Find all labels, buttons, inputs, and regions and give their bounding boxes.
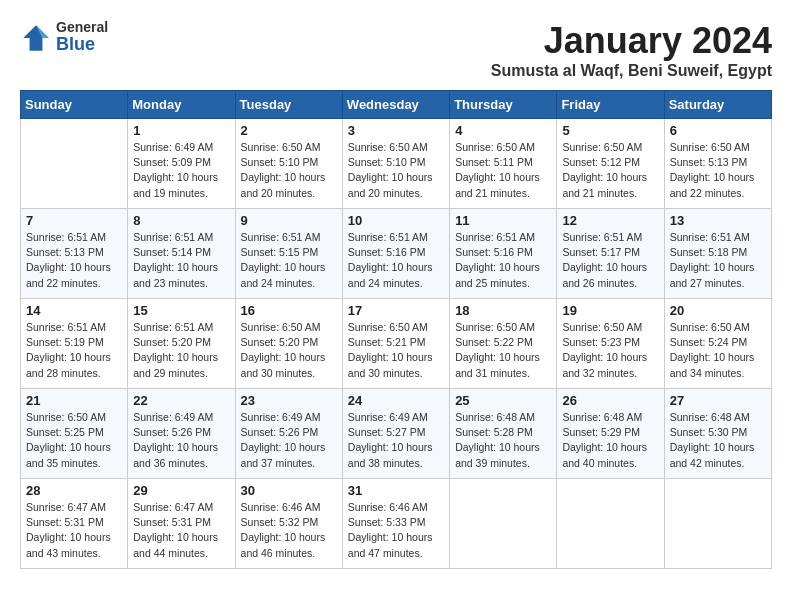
day-cell: 1Sunrise: 6:49 AM Sunset: 5:09 PM Daylig… xyxy=(128,119,235,209)
day-info: Sunrise: 6:49 AM Sunset: 5:26 PM Dayligh… xyxy=(133,410,229,471)
day-number: 18 xyxy=(455,303,551,318)
day-number: 23 xyxy=(241,393,337,408)
day-cell: 29Sunrise: 6:47 AM Sunset: 5:31 PM Dayli… xyxy=(128,479,235,569)
day-number: 9 xyxy=(241,213,337,228)
day-cell: 28Sunrise: 6:47 AM Sunset: 5:31 PM Dayli… xyxy=(21,479,128,569)
day-header-monday: Monday xyxy=(128,91,235,119)
day-number: 31 xyxy=(348,483,444,498)
day-number: 14 xyxy=(26,303,122,318)
day-info: Sunrise: 6:46 AM Sunset: 5:32 PM Dayligh… xyxy=(241,500,337,561)
day-info: Sunrise: 6:50 AM Sunset: 5:11 PM Dayligh… xyxy=(455,140,551,201)
day-number: 13 xyxy=(670,213,766,228)
day-cell: 27Sunrise: 6:48 AM Sunset: 5:30 PM Dayli… xyxy=(664,389,771,479)
day-header-sunday: Sunday xyxy=(21,91,128,119)
day-cell: 19Sunrise: 6:50 AM Sunset: 5:23 PM Dayli… xyxy=(557,299,664,389)
day-info: Sunrise: 6:50 AM Sunset: 5:13 PM Dayligh… xyxy=(670,140,766,201)
day-number: 11 xyxy=(455,213,551,228)
day-cell: 17Sunrise: 6:50 AM Sunset: 5:21 PM Dayli… xyxy=(342,299,449,389)
header-row: SundayMondayTuesdayWednesdayThursdayFrid… xyxy=(21,91,772,119)
day-cell: 5Sunrise: 6:50 AM Sunset: 5:12 PM Daylig… xyxy=(557,119,664,209)
day-info: Sunrise: 6:51 AM Sunset: 5:17 PM Dayligh… xyxy=(562,230,658,291)
logo: General Blue xyxy=(20,20,108,55)
day-cell: 7Sunrise: 6:51 AM Sunset: 5:13 PM Daylig… xyxy=(21,209,128,299)
day-cell: 16Sunrise: 6:50 AM Sunset: 5:20 PM Dayli… xyxy=(235,299,342,389)
week-row-4: 28Sunrise: 6:47 AM Sunset: 5:31 PM Dayli… xyxy=(21,479,772,569)
month-title: January 2024 xyxy=(491,20,772,62)
day-info: Sunrise: 6:51 AM Sunset: 5:14 PM Dayligh… xyxy=(133,230,229,291)
day-cell: 13Sunrise: 6:51 AM Sunset: 5:18 PM Dayli… xyxy=(664,209,771,299)
day-number: 5 xyxy=(562,123,658,138)
day-info: Sunrise: 6:47 AM Sunset: 5:31 PM Dayligh… xyxy=(133,500,229,561)
day-info: Sunrise: 6:50 AM Sunset: 5:10 PM Dayligh… xyxy=(348,140,444,201)
day-cell: 21Sunrise: 6:50 AM Sunset: 5:25 PM Dayli… xyxy=(21,389,128,479)
day-cell: 26Sunrise: 6:48 AM Sunset: 5:29 PM Dayli… xyxy=(557,389,664,479)
day-number: 1 xyxy=(133,123,229,138)
day-number: 8 xyxy=(133,213,229,228)
day-number: 24 xyxy=(348,393,444,408)
day-header-thursday: Thursday xyxy=(450,91,557,119)
week-row-3: 21Sunrise: 6:50 AM Sunset: 5:25 PM Dayli… xyxy=(21,389,772,479)
day-cell: 31Sunrise: 6:46 AM Sunset: 5:33 PM Dayli… xyxy=(342,479,449,569)
day-cell: 6Sunrise: 6:50 AM Sunset: 5:13 PM Daylig… xyxy=(664,119,771,209)
header: General Blue January 2024 Sumusta al Waq… xyxy=(20,20,772,80)
calendar-table: SundayMondayTuesdayWednesdayThursdayFrid… xyxy=(20,90,772,569)
day-cell: 30Sunrise: 6:46 AM Sunset: 5:32 PM Dayli… xyxy=(235,479,342,569)
day-number: 15 xyxy=(133,303,229,318)
logo-icon xyxy=(20,22,52,54)
day-cell: 15Sunrise: 6:51 AM Sunset: 5:20 PM Dayli… xyxy=(128,299,235,389)
day-number: 27 xyxy=(670,393,766,408)
day-cell: 24Sunrise: 6:49 AM Sunset: 5:27 PM Dayli… xyxy=(342,389,449,479)
day-info: Sunrise: 6:50 AM Sunset: 5:21 PM Dayligh… xyxy=(348,320,444,381)
week-row-2: 14Sunrise: 6:51 AM Sunset: 5:19 PM Dayli… xyxy=(21,299,772,389)
day-info: Sunrise: 6:46 AM Sunset: 5:33 PM Dayligh… xyxy=(348,500,444,561)
day-number: 22 xyxy=(133,393,229,408)
day-info: Sunrise: 6:50 AM Sunset: 5:22 PM Dayligh… xyxy=(455,320,551,381)
day-info: Sunrise: 6:51 AM Sunset: 5:20 PM Dayligh… xyxy=(133,320,229,381)
day-number: 25 xyxy=(455,393,551,408)
day-cell: 20Sunrise: 6:50 AM Sunset: 5:24 PM Dayli… xyxy=(664,299,771,389)
day-cell: 10Sunrise: 6:51 AM Sunset: 5:16 PM Dayli… xyxy=(342,209,449,299)
day-info: Sunrise: 6:51 AM Sunset: 5:15 PM Dayligh… xyxy=(241,230,337,291)
day-number: 26 xyxy=(562,393,658,408)
logo-general-text: General xyxy=(56,20,108,35)
day-cell: 18Sunrise: 6:50 AM Sunset: 5:22 PM Dayli… xyxy=(450,299,557,389)
week-row-0: 1Sunrise: 6:49 AM Sunset: 5:09 PM Daylig… xyxy=(21,119,772,209)
day-cell: 4Sunrise: 6:50 AM Sunset: 5:11 PM Daylig… xyxy=(450,119,557,209)
day-cell: 8Sunrise: 6:51 AM Sunset: 5:14 PM Daylig… xyxy=(128,209,235,299)
day-info: Sunrise: 6:51 AM Sunset: 5:18 PM Dayligh… xyxy=(670,230,766,291)
day-number: 17 xyxy=(348,303,444,318)
day-number: 30 xyxy=(241,483,337,498)
day-number: 7 xyxy=(26,213,122,228)
day-info: Sunrise: 6:48 AM Sunset: 5:28 PM Dayligh… xyxy=(455,410,551,471)
day-info: Sunrise: 6:50 AM Sunset: 5:24 PM Dayligh… xyxy=(670,320,766,381)
title-block: January 2024 Sumusta al Waqf, Beni Suwei… xyxy=(491,20,772,80)
day-info: Sunrise: 6:51 AM Sunset: 5:16 PM Dayligh… xyxy=(348,230,444,291)
day-cell xyxy=(450,479,557,569)
day-cell xyxy=(21,119,128,209)
day-info: Sunrise: 6:50 AM Sunset: 5:25 PM Dayligh… xyxy=(26,410,122,471)
day-number: 28 xyxy=(26,483,122,498)
day-number: 21 xyxy=(26,393,122,408)
week-row-1: 7Sunrise: 6:51 AM Sunset: 5:13 PM Daylig… xyxy=(21,209,772,299)
day-info: Sunrise: 6:47 AM Sunset: 5:31 PM Dayligh… xyxy=(26,500,122,561)
day-info: Sunrise: 6:51 AM Sunset: 5:19 PM Dayligh… xyxy=(26,320,122,381)
day-info: Sunrise: 6:51 AM Sunset: 5:13 PM Dayligh… xyxy=(26,230,122,291)
day-cell xyxy=(664,479,771,569)
day-number: 29 xyxy=(133,483,229,498)
day-info: Sunrise: 6:48 AM Sunset: 5:29 PM Dayligh… xyxy=(562,410,658,471)
day-cell: 9Sunrise: 6:51 AM Sunset: 5:15 PM Daylig… xyxy=(235,209,342,299)
day-cell: 22Sunrise: 6:49 AM Sunset: 5:26 PM Dayli… xyxy=(128,389,235,479)
day-info: Sunrise: 6:49 AM Sunset: 5:09 PM Dayligh… xyxy=(133,140,229,201)
day-number: 12 xyxy=(562,213,658,228)
day-cell: 12Sunrise: 6:51 AM Sunset: 5:17 PM Dayli… xyxy=(557,209,664,299)
day-number: 20 xyxy=(670,303,766,318)
day-info: Sunrise: 6:50 AM Sunset: 5:23 PM Dayligh… xyxy=(562,320,658,381)
day-info: Sunrise: 6:48 AM Sunset: 5:30 PM Dayligh… xyxy=(670,410,766,471)
day-number: 16 xyxy=(241,303,337,318)
day-number: 10 xyxy=(348,213,444,228)
day-info: Sunrise: 6:49 AM Sunset: 5:26 PM Dayligh… xyxy=(241,410,337,471)
day-cell: 11Sunrise: 6:51 AM Sunset: 5:16 PM Dayli… xyxy=(450,209,557,299)
logo-blue-text: Blue xyxy=(56,35,108,55)
day-cell: 23Sunrise: 6:49 AM Sunset: 5:26 PM Dayli… xyxy=(235,389,342,479)
day-cell: 3Sunrise: 6:50 AM Sunset: 5:10 PM Daylig… xyxy=(342,119,449,209)
